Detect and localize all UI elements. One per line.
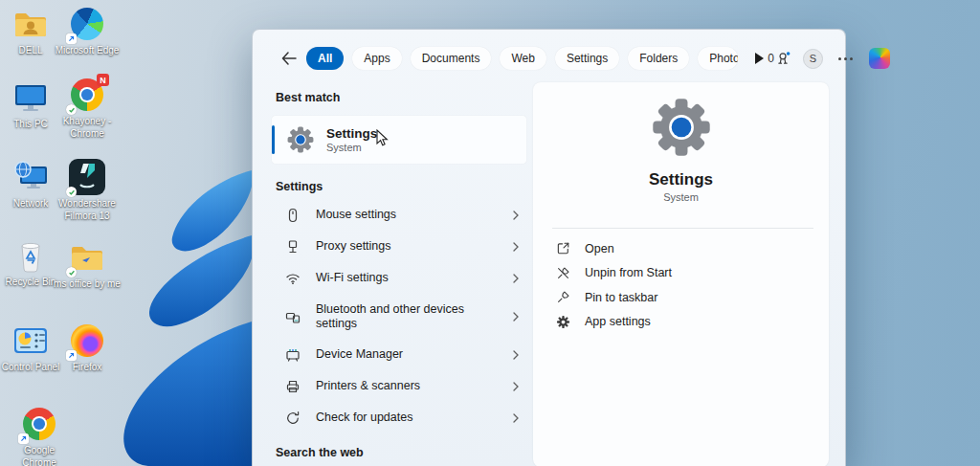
action-label: App settings	[585, 315, 651, 328]
preview-actions: Open Unpin from Start Pin to taskbar App…	[533, 236, 829, 334]
result-proxy-settings[interactable]: Proxy settings	[272, 231, 526, 262]
desktop-icon-label: Firefox	[73, 362, 102, 374]
action-unpin-from-start[interactable]: Unpin from Start	[533, 261, 829, 286]
best-match-header: Best match	[276, 91, 526, 104]
search-flyout-window: All Apps Documents Web Settings Folders …	[252, 29, 846, 466]
action-label: Open	[585, 242, 614, 255]
result-device-manager[interactable]: Device Manager	[272, 339, 526, 370]
profile-badge: N	[97, 74, 109, 86]
desktop-icon-edge[interactable]: Microsoft Edge	[51, 6, 123, 57]
firefox-icon	[69, 322, 105, 359]
tab-documents[interactable]: Documents	[411, 47, 492, 70]
more-icon[interactable]	[835, 55, 857, 62]
result-bluetooth-devices[interactable]: Bluetooth and other devices settings	[272, 294, 526, 339]
shortcut-arrow-icon	[66, 33, 77, 44]
desktop-icon-filmora[interactable]: Wondershare Filmora 13	[51, 159, 123, 222]
chevron-right-icon	[513, 312, 519, 322]
divider	[552, 228, 813, 229]
result-label: Proxy settings	[316, 239, 391, 254]
desktop-icon-label: This PC	[13, 119, 48, 131]
folder-user-icon	[12, 6, 49, 42]
action-label: Pin to taskbar	[585, 291, 657, 304]
search-web-header: Search the web	[276, 446, 526, 459]
chrome-profile-icon: N	[69, 77, 105, 113]
desktop-icon-label: Microsoft Edge	[56, 45, 120, 57]
desktop-icon-label: Recycle Bin	[6, 277, 56, 289]
mouse-icon	[285, 208, 301, 223]
tab-web[interactable]: Web	[500, 47, 546, 70]
best-match-result[interactable]: Settings System	[272, 116, 526, 164]
settings-section-header: Settings	[276, 180, 526, 193]
desktop-icon-label: Khayoney - Chrome	[51, 116, 123, 140]
tab-settings[interactable]: Settings	[555, 47, 619, 70]
chrome-icon	[21, 406, 57, 442]
action-pin-to-taskbar[interactable]: Pin to taskbar	[533, 285, 829, 310]
tab-folders[interactable]: Folders	[628, 47, 689, 70]
open-external-icon	[556, 241, 570, 255]
wallpaper-bloom	[122, 144, 252, 466]
search-results-column: Best match Settings System Settings	[272, 87, 526, 459]
result-label: Bluetooth and other devices settings	[316, 302, 488, 331]
play-icon[interactable]	[750, 50, 768, 67]
desktop-icon-label: ms office by me	[54, 278, 121, 291]
result-wifi-settings[interactable]: Wi-Fi settings	[272, 262, 526, 294]
bluetooth-devices-icon	[285, 309, 301, 324]
tab-all[interactable]: All	[306, 47, 344, 70]
avatar[interactable]: S	[803, 49, 823, 69]
result-label: Check for updates	[316, 411, 412, 425]
filmora-icon	[69, 159, 105, 195]
action-app-settings[interactable]: App settings	[533, 310, 829, 335]
check-badge-icon	[66, 187, 77, 197]
tab-photos[interactable]: Photos	[698, 47, 738, 70]
pin-icon	[556, 290, 570, 304]
desktop-icon-khayoney-chrome[interactable]: N Khayoney - Chrome	[51, 77, 123, 140]
action-open[interactable]: Open	[533, 236, 829, 261]
settings-gear-icon	[652, 98, 711, 157]
result-label: Device Manager	[316, 347, 403, 362]
settings-results-list: Mouse settings Proxy settings Wi-Fi sett…	[272, 199, 526, 433]
chevron-right-icon	[513, 413, 519, 423]
action-label: Unpin from Start	[585, 266, 672, 279]
desktop-icon-firefox[interactable]: Firefox	[51, 322, 123, 374]
result-label: Wi-Fi settings	[316, 271, 389, 285]
rewards-counter[interactable]: 0	[768, 52, 791, 66]
printer-icon	[285, 379, 301, 394]
copilot-icon[interactable]	[869, 48, 890, 69]
monitor-icon	[12, 79, 49, 116]
chevron-right-icon	[513, 242, 519, 252]
unpin-icon	[556, 266, 570, 280]
preview-panel: Settings System Open Unpin from Start Pi…	[533, 82, 829, 466]
recycle-bin-icon	[12, 237, 49, 274]
rewards-count: 0	[768, 52, 774, 65]
settings-gear-icon	[287, 126, 314, 153]
gear-icon	[556, 315, 570, 329]
desktop-icon-label: Google Chrome	[14, 445, 64, 466]
chevron-right-icon	[513, 274, 519, 283]
tab-apps[interactable]: Apps	[352, 47, 401, 70]
shortcut-arrow-icon	[18, 433, 29, 444]
preview-app-subtitle: System	[533, 191, 829, 203]
best-match-subtitle: System	[326, 142, 377, 153]
result-label: Mouse settings	[316, 208, 396, 222]
preview-app-title: Settings	[533, 170, 829, 189]
desktop-icon-ms-office-folder[interactable]: ms office by me	[51, 239, 123, 291]
chevron-right-icon	[513, 211, 519, 220]
device-manager-icon	[285, 347, 301, 363]
rewards-icon	[776, 52, 791, 66]
folder-icon	[69, 239, 105, 276]
result-printers-scanners[interactable]: Printers & scanners	[272, 370, 526, 402]
best-match-title: Settings	[326, 126, 377, 141]
check-badge-icon	[66, 267, 77, 277]
search-tab-bar: All Apps Documents Web Settings Folders …	[253, 43, 845, 74]
result-mouse-settings[interactable]: Mouse settings	[272, 199, 526, 231]
result-check-updates[interactable]: Check for updates	[272, 402, 526, 433]
proxy-icon	[285, 239, 301, 255]
edge-icon	[69, 6, 105, 42]
refresh-icon	[285, 411, 301, 426]
back-arrow-icon[interactable]	[281, 49, 297, 68]
desktop-icon-google-chrome[interactable]: Google Chrome	[8, 406, 71, 466]
check-badge-icon	[66, 104, 77, 115]
shortcut-arrow-icon	[66, 350, 77, 361]
network-globe-icon	[12, 159, 49, 195]
chevron-right-icon	[513, 382, 519, 391]
